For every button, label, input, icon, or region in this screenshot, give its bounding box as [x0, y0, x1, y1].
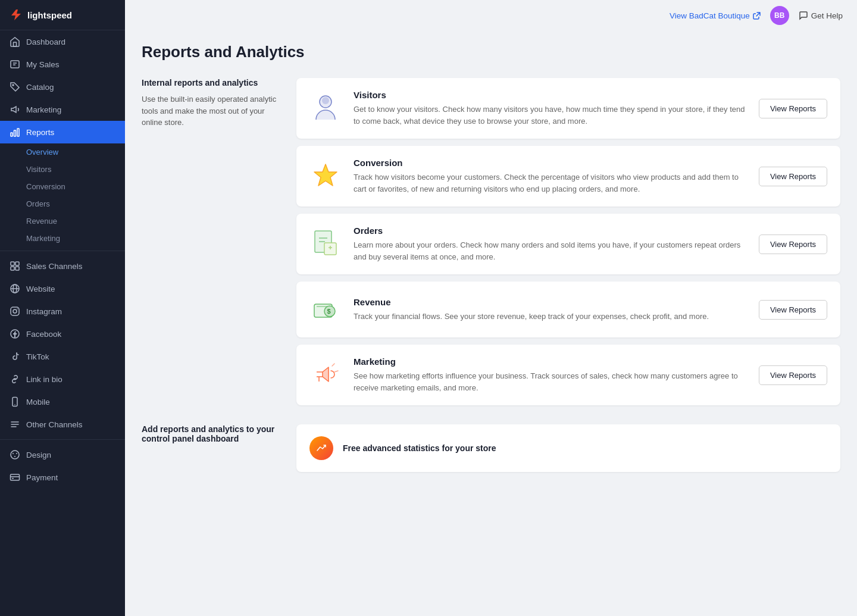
sidebar-sub-item-conversion[interactable]: Conversion [0, 178, 125, 195]
instagram-icon [10, 306, 20, 317]
sidebar-nav-item-tiktok[interactable]: TikTok [0, 345, 125, 368]
sidebar-nav-item-catalog[interactable]: Catalog [0, 76, 125, 98]
svg-rect-10 [15, 262, 19, 265]
payment-label: Payment [26, 473, 58, 482]
revenue-view-reports-button[interactable]: View Reports [759, 300, 827, 320]
svg-point-5 [12, 85, 14, 86]
sidebar-nav-item-sales-channels[interactable]: Sales Channels [0, 255, 125, 277]
conversion-card-icon [309, 160, 342, 192]
visitors-view-reports-button[interactable]: View Reports [759, 99, 827, 118]
visitors-card-info: Visitors Get to know your visitors. Chec… [354, 90, 747, 127]
design-label: Design [26, 451, 51, 459]
website-label: Website [26, 284, 55, 293]
svg-point-23 [12, 453, 14, 454]
sidebar-nav-item-website[interactable]: Website [0, 277, 125, 300]
svg-rect-28 [12, 478, 14, 479]
visitor-icon [311, 92, 340, 124]
svg-marker-31 [314, 164, 337, 186]
svg-line-45 [332, 364, 334, 366]
sidebar-divider-1 [0, 251, 125, 251]
other-channels-label: Other Channels [26, 420, 83, 429]
sidebar: lightspeed Dashboard My Sales Catalog Ma… [0, 0, 125, 616]
conversion-view-reports-button[interactable]: View Reports [759, 167, 827, 186]
sidebar-nav-item-facebook[interactable]: Facebook [0, 323, 125, 345]
sidebar-nav-item-link-in-bio[interactable]: Link in bio [0, 368, 125, 390]
sidebar-sub-item-overview[interactable]: Overview [0, 143, 125, 161]
revenue-card-info: Revenue Track your financial flows. See … [354, 297, 747, 323]
home-icon [10, 36, 20, 47]
internal-reports-description: Internal reports and analytics Use the b… [142, 78, 284, 405]
svg-rect-6 [11, 133, 12, 136]
internal-reports-section: Internal reports and analytics Use the b… [142, 78, 840, 405]
link-icon [10, 374, 20, 384]
marketing-card-icon [309, 359, 342, 391]
topbar: View BadCat Boutique BB Get Help [125, 0, 857, 31]
reports-label: Reports [26, 128, 54, 137]
svg-point-21 [14, 404, 15, 405]
conversion-card: Conversion Track how visitors become you… [296, 146, 840, 207]
page-title: Reports and Analytics [142, 43, 840, 61]
orders-view-reports-button[interactable]: View Reports [759, 234, 827, 254]
svg-marker-0 [11, 10, 21, 20]
bottom-section: Add reports and analytics to your contro… [142, 424, 840, 472]
svg-rect-12 [15, 267, 19, 270]
bottom-card-title: Free advanced statistics for your store [343, 443, 496, 453]
star-icon [311, 161, 340, 191]
sidebar-nav-item-other-channels[interactable]: Other Channels [0, 413, 125, 436]
grid-icon [10, 261, 20, 271]
marketing-view-reports-button[interactable]: View Reports [759, 365, 827, 385]
tag-icon [10, 82, 20, 92]
other-icon [10, 419, 20, 430]
svg-point-22 [11, 451, 19, 459]
svg-point-17 [13, 309, 17, 313]
sidebar-nav-item-instagram[interactable]: Instagram [0, 300, 125, 323]
svg-rect-8 [17, 129, 19, 136]
conversion-card-info: Conversion Track how visitors become you… [354, 158, 747, 195]
facebook-label: Facebook [26, 330, 61, 339]
bottom-section-heading: Add reports and analytics to your contro… [142, 424, 284, 443]
svg-rect-2 [11, 61, 19, 68]
sales-icon [10, 59, 20, 70]
sidebar-logo[interactable]: lightspeed [0, 0, 125, 30]
marketing-card: Marketing See how marketing efforts infl… [296, 345, 840, 405]
user-avatar[interactable]: BB [770, 6, 789, 25]
sidebar-nav-item-payment[interactable]: Payment [0, 466, 125, 489]
sidebar-nav-item-reports[interactable]: Reports [0, 121, 125, 143]
svg-point-30 [322, 97, 329, 104]
facebook-icon [10, 329, 20, 339]
get-help-button[interactable]: Get Help [799, 11, 843, 20]
svg-rect-1 [14, 42, 17, 46]
globe-icon [10, 283, 20, 294]
bottom-section-description: Add reports and analytics to your contro… [142, 424, 284, 472]
payment-icon [10, 472, 20, 483]
marketing-icon [311, 360, 340, 390]
external-link-icon [753, 12, 761, 20]
svg-marker-41 [323, 367, 329, 382]
sidebar-sub-item-revenue[interactable]: Revenue [0, 212, 125, 230]
sidebar-sub-item-visitors[interactable]: Visitors [0, 161, 125, 178]
palette-icon [10, 449, 20, 460]
lightspeed-logo-icon [10, 8, 23, 21]
sidebar-nav-item-dashboard[interactable]: Dashboard [0, 30, 125, 53]
sidebar-nav-item-marketing[interactable]: Marketing [0, 98, 125, 121]
sidebar-divider-2 [0, 439, 125, 440]
sidebar-nav-item-my-sales[interactable]: My Sales [0, 53, 125, 76]
bottom-section-card: Free advanced statistics for your store [296, 424, 840, 472]
catalog-label: Catalog [26, 83, 54, 92]
orders-card-icon [309, 228, 342, 260]
main-content: View BadCat Boutique BB Get Help Reports… [125, 0, 857, 616]
svg-point-25 [14, 456, 15, 457]
svg-rect-11 [11, 267, 14, 270]
svg-rect-26 [11, 474, 20, 480]
sidebar-sub-item-marketing[interactable]: Marketing [0, 230, 125, 247]
mobile-icon [10, 396, 20, 407]
sidebar-sub-item-orders[interactable]: Orders [0, 195, 125, 212]
link-in-bio-label: Link in bio [26, 375, 62, 384]
sidebar-nav-item-design[interactable]: Design [0, 443, 125, 466]
orders-card-info: Orders Learn more about your orders. Che… [354, 226, 747, 262]
revenue-card: $ Revenue Track your financial flows. Se… [296, 282, 840, 337]
chart-up-icon [315, 442, 327, 454]
view-store-link[interactable]: View BadCat Boutique [670, 11, 761, 20]
internal-reports-text: Use the built-in easily operated analyti… [142, 93, 284, 129]
sidebar-nav-item-mobile[interactable]: Mobile [0, 390, 125, 413]
